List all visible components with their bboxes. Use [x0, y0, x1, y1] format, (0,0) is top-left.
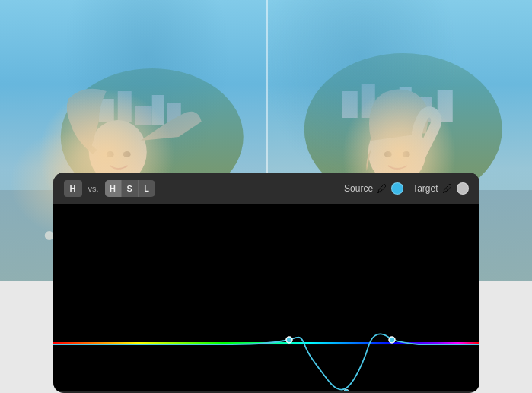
svg-rect-15	[342, 91, 357, 118]
target-color-dot[interactable]	[457, 182, 469, 195]
hsl-panel: H vs. H S L Source 🖊 Target 🖊	[53, 173, 479, 393]
svg-point-10	[107, 151, 114, 157]
source-label: Source	[344, 183, 373, 194]
svg-rect-18	[399, 87, 411, 122]
hsl-l-button[interactable]: L	[139, 180, 155, 197]
target-group: Target 🖊	[413, 182, 468, 195]
svg-point-25	[402, 151, 409, 157]
svg-rect-17	[378, 99, 395, 122]
svg-rect-19	[418, 97, 432, 122]
svg-point-28	[389, 337, 395, 343]
vs-label: vs.	[88, 184, 99, 193]
hsl-s-button[interactable]: S	[122, 180, 139, 197]
svg-rect-3	[118, 91, 132, 122]
svg-rect-6	[167, 103, 181, 125]
source-color-dot[interactable]	[391, 182, 403, 195]
svg-rect-5	[152, 95, 164, 125]
svg-point-24	[384, 151, 391, 157]
source-target-controls: Source 🖊 Target 🖊	[344, 182, 468, 195]
svg-rect-20	[437, 90, 452, 122]
target-eyedropper-icon[interactable]: 🖊	[442, 182, 453, 195]
curve-chart	[53, 204, 479, 391]
svg-point-27	[286, 337, 292, 343]
source-eyedropper-icon[interactable]: 🖊	[377, 182, 387, 195]
hsl-h-button[interactable]: H	[105, 180, 122, 197]
hsl-button-group: H S L	[105, 180, 155, 197]
svg-point-11	[123, 151, 131, 157]
source-group: Source 🖊	[344, 182, 403, 195]
chart-area	[53, 204, 479, 391]
svg-point-29	[344, 389, 349, 391]
target-label: Target	[413, 183, 438, 194]
svg-rect-2	[99, 99, 114, 122]
h-button[interactable]: H	[64, 180, 82, 197]
svg-rect-4	[135, 106, 152, 125]
toolbar: H vs. H S L Source 🖊 Target 🖊	[53, 173, 479, 204]
svg-rect-16	[361, 84, 374, 118]
